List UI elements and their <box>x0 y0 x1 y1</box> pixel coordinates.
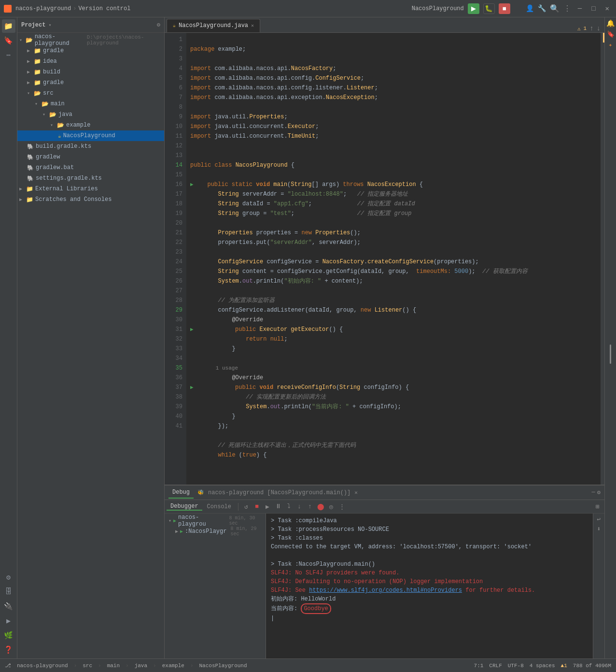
sidebar-icon-project[interactable]: 📁 <box>2 19 15 33</box>
debug-minimize-icon[interactable]: ─ <box>592 489 595 496</box>
sidebar-icon-bookmark[interactable]: 🔖 <box>2 34 15 47</box>
sidebar-icon-plugin[interactable]: 🔌 <box>2 600 15 613</box>
tree-item-scratches[interactable]: ▶ 📁 Scratches and Consoles <box>17 194 164 205</box>
warning-indicator <box>603 33 604 43</box>
tree-item-gradle-sub[interactable]: ▶ 📁 gradle <box>17 77 164 88</box>
debug-tree-item-0[interactable]: ▾ ▶ nacos-playgrou 8 min, 30 sec <box>165 515 266 526</box>
debug-session-close[interactable]: ✕ <box>354 489 358 496</box>
toolbar-icon-users[interactable]: 👤 <box>526 4 534 13</box>
debug-step-into-icon[interactable]: ↓ <box>294 502 304 512</box>
sidebar-icon-terminal[interactable]: ▶ <box>2 614 15 628</box>
right-scrollbar-thumb[interactable] <box>610 344 611 364</box>
tree-item-java[interactable]: ▾ 📂 java <box>17 109 164 120</box>
debug-step-over-icon[interactable]: ⤵ <box>284 502 294 512</box>
console-scroll-icon[interactable]: ⬇ <box>597 525 601 533</box>
tree-label-build-gradle: build.gradle.kts <box>36 143 91 150</box>
console-wrap-icon[interactable]: ↩ <box>597 515 601 523</box>
close-button[interactable]: ✕ <box>602 3 612 14</box>
project-title: Project <box>21 22 45 29</box>
status-line-ending[interactable]: CRLF <box>489 663 502 669</box>
sidebar-icon-settings[interactable]: ⚙ <box>2 571 15 584</box>
debug-stop-icon[interactable]: ■ <box>252 502 262 512</box>
debug-restart-icon[interactable]: ↺ <box>241 502 251 512</box>
sidebar-icon-more[interactable]: ⋯ <box>2 48 15 62</box>
debug-panel-header: Debug 🐝 nacos-playground [NacosPlaygroun… <box>165 486 604 500</box>
slf4j-link[interactable]: https://www.slf4j.org/codes.html#noProvi… <box>309 587 462 594</box>
run-button[interactable]: ▶ <box>468 3 479 14</box>
gradle-icon: 🐘 <box>27 143 34 150</box>
tree-item-example[interactable]: ▾ 📂 example <box>17 120 164 130</box>
debug-mute-icon[interactable]: ◎ <box>326 502 336 512</box>
status-position[interactable]: 7:1 <box>474 663 484 669</box>
debug-button[interactable]: 🐛 <box>483 3 495 14</box>
tree-item-gradle[interactable]: ▶ 📁 gradle <box>17 45 164 56</box>
debug-right-icons: ↩ ⬇ <box>593 514 604 658</box>
tab-debugger[interactable]: Debugger <box>167 503 202 511</box>
folder-icon: 📁 <box>34 58 41 65</box>
toolbar-icon-more[interactable]: ⋮ <box>563 4 571 14</box>
status-warnings[interactable]: ▲1 <box>561 663 567 669</box>
debug-run-icon: ▶ <box>173 518 176 524</box>
tree-item-idea[interactable]: ▶ 📁 idea <box>17 56 164 67</box>
status-memory[interactable]: 788 of 4096M <box>573 663 611 669</box>
tree-item-gradlew-bat[interactable]: 🐘 gradlew.bat <box>17 162 164 173</box>
tree-item-main[interactable]: ▾ 📂 main <box>17 99 164 109</box>
expand-icon: ▾ <box>19 37 24 43</box>
debug-pause-icon[interactable]: ⏸ <box>273 502 283 512</box>
status-project[interactable]: nacos-playground <box>17 663 68 669</box>
editor-tab-nacos[interactable]: ☕ NacosPlayground.java ✕ <box>167 19 260 32</box>
folder-icon: 📂 <box>34 90 41 97</box>
right-icon-bookmark[interactable]: 🔖 <box>607 30 615 38</box>
tree-label-idea: idea <box>43 58 57 65</box>
stop-button[interactable]: ■ <box>499 3 510 14</box>
editor-area: ☕ NacosPlayground.java ✕ ⚠ 1 ↑ ↓ 1 2 3 4 <box>165 17 604 485</box>
version-control-btn[interactable]: Version control <box>78 5 130 12</box>
code-content[interactable]: package example; import com.alibaba.naco… <box>186 33 601 485</box>
maximize-button[interactable]: □ <box>588 4 598 14</box>
tree-item-nacos-playground[interactable]: ☕ NacosPlayground <box>17 130 164 141</box>
tree-item-build[interactable]: ▶ 📁 build <box>17 67 164 77</box>
nav-up-icon[interactable]: ↑ <box>589 25 593 32</box>
sidebar-icon-db[interactable]: 🗄 <box>2 585 15 599</box>
nav-down-icon[interactable]: ↓ <box>597 25 601 32</box>
debug-step-out-icon[interactable]: ↑ <box>305 502 315 512</box>
debug-tab-debug[interactable]: Debug <box>168 487 194 499</box>
tree-label-example: example <box>66 122 90 129</box>
console-area[interactable]: > Task :compileJava > Task :processResou… <box>266 514 593 658</box>
debug-bee-icon: 🐝 <box>197 489 204 496</box>
status-encoding[interactable]: UTF-8 <box>508 663 524 669</box>
debug-layout-icon[interactable]: ⊞ <box>593 502 602 512</box>
tree-item-build-gradle[interactable]: 🐘 build.gradle.kts <box>17 141 164 152</box>
tree-item-root[interactable]: ▾ 📂 nacos-playground D:\projects\nacos-p… <box>17 35 164 45</box>
tree-item-src[interactable]: ▾ 📂 src <box>17 88 164 99</box>
right-icon-ai[interactable]: ✦ <box>609 41 613 49</box>
toolbar-icon-search[interactable]: 🔍 <box>550 4 560 14</box>
debug-more-icon[interactable]: ⋮ <box>337 502 347 512</box>
tree-item-external-libraries[interactable]: ▶ 📁 External Libraries <box>17 184 164 194</box>
sidebar-icon-help[interactable]: ❓ <box>2 643 15 657</box>
gradle-icon: 🐘 <box>27 165 34 171</box>
debug-settings-icon[interactable]: ⚙ <box>597 489 601 496</box>
folder-icon: 📂 <box>42 100 49 108</box>
debug-header-controls: ─ ⚙ <box>592 489 601 496</box>
tree-label-main: main <box>51 100 65 107</box>
project-panel: Project ▾ ⚙ ▾ 📂 nacos-playground D:\proj… <box>17 17 165 658</box>
debug-tree-item-1[interactable]: ▶ ▶ :NacosPlaygr 8 min, 29 sec <box>165 526 266 537</box>
right-icon-notifications[interactable]: 🔔 <box>606 19 615 28</box>
tab-console[interactable]: Console <box>203 503 235 510</box>
project-gear-icon[interactable]: ⚙ <box>157 21 160 29</box>
tree-item-settings-gradle[interactable]: 🐘 settings.gradle.kts <box>17 173 164 184</box>
sidebar-icon-git[interactable]: 🌿 <box>2 629 15 642</box>
folder-icon: 📂 <box>26 37 33 44</box>
editor-scrollbar[interactable] <box>601 33 604 485</box>
status-sep-4: › <box>153 663 156 669</box>
tab-close-button[interactable]: ✕ <box>251 23 254 29</box>
project-name[interactable]: nacos-playground <box>15 5 71 12</box>
debug-resume-icon[interactable]: ▶ <box>263 502 272 512</box>
debug-breakpoint-icon[interactable]: ⬤ <box>316 502 325 512</box>
console-line-3: Connected to the target VM, address: 'lo… <box>271 543 588 551</box>
toolbar-icon-wrench[interactable]: 🔧 <box>538 4 546 13</box>
minimize-button[interactable]: ─ <box>575 4 585 14</box>
tree-item-gradlew[interactable]: 🐘 gradlew <box>17 152 164 162</box>
status-indent[interactable]: 4 spaces <box>530 663 555 669</box>
